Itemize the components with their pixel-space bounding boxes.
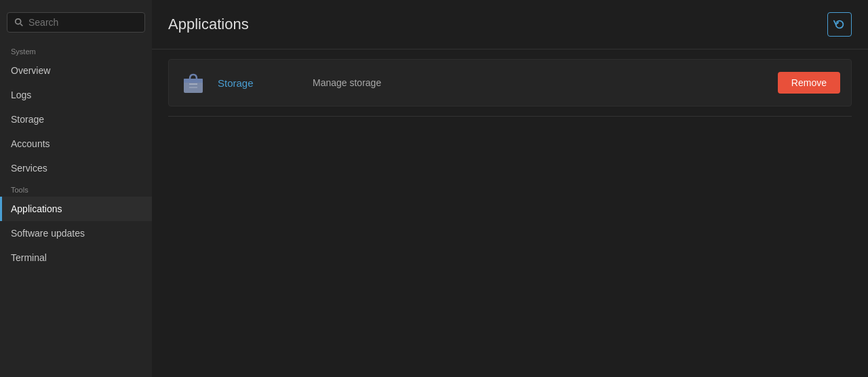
sidebar-item-label-services: Services [11, 163, 47, 174]
main-content: Applications [152, 0, 868, 377]
search-container [7, 12, 145, 33]
sidebar-item-logs[interactable]: Logs [0, 83, 152, 107]
sidebar-item-label-software-updates: Software updates [11, 228, 85, 239]
sidebar-item-overview[interactable]: Overview [0, 58, 152, 83]
sidebar-item-services[interactable]: Services [0, 156, 152, 180]
sidebar-item-label-logs: Logs [11, 90, 31, 100]
svg-point-0 [16, 19, 21, 24]
search-input[interactable] [28, 17, 138, 28]
page-title: Applications [168, 16, 249, 33]
sidebar-item-label-applications: Applications [11, 203, 62, 214]
sidebar-item-accounts[interactable]: Accounts [0, 132, 152, 156]
divider [168, 116, 852, 117]
refresh-icon [833, 18, 846, 31]
sidebar-item-terminal[interactable]: Terminal [0, 245, 152, 270]
sidebar-item-storage[interactable]: Storage [0, 107, 152, 132]
sidebar-item-label-storage: Storage [11, 114, 44, 125]
main-header: Applications [152, 0, 868, 49]
app-name-link[interactable]: Storage [218, 77, 313, 89]
remove-button[interactable]: Remove [778, 72, 840, 94]
storage-app-icon [180, 69, 207, 96]
storage-svg-icon [181, 71, 205, 95]
table-row: Storage Manage storage Remove [168, 59, 852, 106]
app-list: Storage Manage storage Remove [152, 49, 868, 116]
sidebar-item-applications[interactable]: Applications [0, 197, 152, 221]
search-icon [14, 18, 24, 27]
sidebar: System Overview Logs Storage Accounts Se… [0, 0, 152, 377]
refresh-button[interactable] [827, 12, 852, 37]
sidebar-item-label-accounts: Accounts [11, 138, 50, 149]
tools-section-label: Tools [0, 180, 152, 197]
svg-line-1 [20, 24, 22, 26]
sidebar-item-software-updates[interactable]: Software updates [0, 221, 152, 245]
svg-rect-3 [184, 79, 203, 83]
app-description: Manage storage [313, 77, 778, 88]
system-section-label: System [0, 42, 152, 58]
search-input-wrapper [7, 12, 145, 33]
sidebar-item-label-overview: Overview [11, 65, 50, 76]
sidebar-item-label-terminal: Terminal [11, 252, 47, 263]
